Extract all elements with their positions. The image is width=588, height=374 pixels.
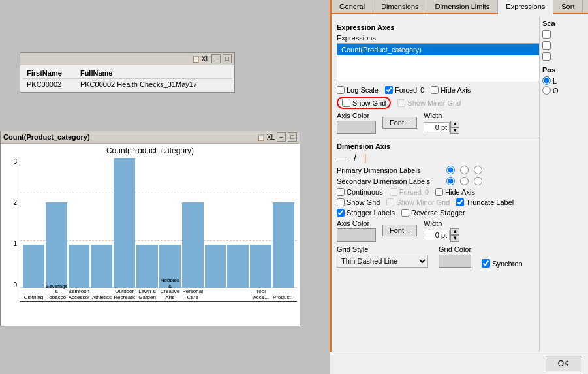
secondary-radio-2[interactable]	[460, 177, 469, 185]
chart-maximize[interactable]: □	[288, 132, 297, 142]
grid-style-select[interactable]: Thin Dashed Line Dashed Line Solid Line …	[337, 255, 428, 268]
truncate-checkbox[interactable]	[456, 198, 464, 206]
hide-axis-label-dim[interactable]: Hide Axis	[435, 188, 475, 196]
line-style-dash[interactable]: —	[337, 153, 346, 163]
font-button-expr[interactable]: Font...	[382, 117, 417, 129]
bar-11	[250, 245, 271, 288]
stagger-label[interactable]: Stagger Labels	[337, 209, 395, 217]
show-minor-grid-label-dim[interactable]: Show Minor Grid	[386, 198, 450, 206]
spin-up-dim[interactable]: ▲	[450, 228, 459, 235]
tab-general[interactable]: General	[332, 0, 373, 13]
secondary-dim-label: Secondary Dimension Labels	[337, 178, 441, 185]
table-icon: 📋	[192, 55, 200, 63]
primary-radio-2[interactable]	[460, 166, 469, 174]
truncate-text: Truncate Label	[466, 198, 514, 206]
stagger-checkbox[interactable]	[337, 209, 345, 217]
grid-color-label: Grid Color	[439, 245, 471, 253]
show-minor-grid-label-expr[interactable]: Show Minor Grid	[397, 99, 461, 107]
show-grid-checkbox[interactable]	[342, 99, 350, 107]
maximize-button[interactable]: □	[223, 54, 232, 63]
y-label-3: 3	[13, 158, 17, 165]
x-label-4: Athletics	[91, 295, 112, 301]
tab-dimension-limits[interactable]: Dimension Limits	[427, 0, 499, 13]
line-style-pipe[interactable]: |	[364, 153, 367, 163]
pos-radio-1: L	[542, 76, 585, 85]
sync-checkbox[interactable]	[482, 259, 490, 268]
x-label-1: Clothing	[23, 295, 44, 301]
reverse-stagger-label[interactable]: Reverse Stagger	[401, 209, 465, 217]
chart-xl: XL	[267, 134, 275, 141]
font-button-dim[interactable]: Font...	[382, 225, 417, 236]
axis-color-label-dim: Axis Color	[337, 219, 376, 227]
bar-6	[136, 245, 158, 288]
show-minor-grid-checkbox-dim[interactable]	[386, 198, 394, 206]
tab-expressions[interactable]: Expressions	[498, 0, 553, 14]
bar-2	[46, 202, 67, 288]
spin-buttons-dim: ▲ ▼	[450, 228, 459, 242]
secondary-radio-3[interactable]	[474, 177, 482, 185]
sca-checkbox-2[interactable]	[542, 41, 551, 50]
pos-radio-btn-2[interactable]	[542, 86, 551, 95]
continuous-checkbox[interactable]	[337, 188, 345, 196]
grid-color-box[interactable]	[439, 255, 471, 268]
axis-color-section-dim: Axis Color	[337, 219, 376, 242]
spin-up-expr[interactable]: ▲	[450, 121, 459, 127]
forced-label-expr[interactable]: Forced 0	[385, 86, 424, 94]
right-side-panel: Sca Pos L O	[539, 17, 588, 374]
show-grid-highlighted: Show Grid	[337, 97, 391, 109]
y-label-2: 2	[13, 199, 17, 206]
col-fullname: FullName	[76, 68, 232, 79]
continuous-label[interactable]: Continuous	[337, 188, 383, 196]
width-input-expr[interactable]	[424, 122, 450, 132]
pos-radio-btn-1[interactable]	[542, 76, 551, 85]
minimize-button[interactable]: –	[211, 54, 221, 63]
x-label-5: Outdoor Recreation	[114, 289, 135, 301]
show-minor-grid-checkbox-expr[interactable]	[397, 99, 405, 107]
log-scale-label[interactable]: Log Scale	[337, 86, 379, 94]
forced-checkbox[interactable]	[385, 86, 393, 94]
axis-color-box-expr[interactable]	[337, 121, 376, 134]
primary-radio-1[interactable]	[446, 166, 455, 174]
width-section-expr: Width ▲ ▼	[424, 112, 459, 134]
sca-checkbox-3[interactable]	[542, 52, 551, 61]
forced-checkbox-dim[interactable]	[390, 188, 397, 196]
col-firstname: FirstName	[23, 68, 76, 79]
chart-titlebar: Count(Product_category) 📋 XL – □	[1, 131, 300, 144]
chart-icon: 📋	[257, 134, 265, 141]
show-minor-grid-text-expr: Show Minor Grid	[407, 99, 461, 107]
spin-down-dim[interactable]: ▼	[450, 235, 459, 242]
width-input-dim[interactable]	[424, 230, 450, 240]
data-table: FirstName FullName PKC00002 PKC00002 Hea…	[23, 68, 232, 89]
primary-radio-3[interactable]	[474, 166, 482, 174]
table-content: FirstName FullName PKC00002 PKC00002 Hea…	[20, 65, 234, 92]
bar-9	[205, 245, 226, 288]
chart-minimize[interactable]: –	[277, 132, 286, 142]
log-scale-checkbox[interactable]	[337, 86, 345, 94]
axis-color-box-dim[interactable]	[337, 228, 376, 242]
tab-dimensions[interactable]: Dimensions	[373, 0, 427, 13]
tab-sort[interactable]: Sort	[553, 0, 583, 13]
axis-color-label-expr: Axis Color	[337, 112, 376, 119]
line-style-slash[interactable]: /	[354, 153, 356, 163]
sca-checkbox-1[interactable]	[542, 30, 551, 39]
primary-dim-label: Primary Dimension Labels	[337, 166, 441, 174]
pos-radio-label-1: L	[553, 77, 557, 85]
truncate-label-dim[interactable]: Truncate Label	[456, 198, 514, 206]
hide-axis-label-expr[interactable]: Hide Axis	[431, 86, 471, 94]
table-window: 📋 XL – □ FirstName FullName PKC00002 PKC…	[20, 52, 235, 93]
secondary-radio-1[interactable]	[446, 177, 455, 185]
log-scale-text: Log Scale	[347, 86, 379, 94]
sca-cb-1	[542, 30, 585, 39]
primary-radio-group	[446, 166, 482, 174]
hide-axis-checkbox[interactable]	[431, 86, 439, 94]
width-input-group-dim: ▲ ▼	[424, 228, 459, 242]
reverse-stagger-checkbox[interactable]	[401, 209, 409, 217]
chart-area: 3 2 1 0	[3, 158, 297, 302]
ok-button[interactable]: OK	[546, 356, 581, 371]
hide-axis-checkbox-dim[interactable]	[435, 188, 443, 196]
forced-label-dim[interactable]: Forced 0	[390, 188, 429, 196]
show-grid-checkbox-dim[interactable]	[337, 198, 345, 206]
spin-down-expr[interactable]: ▼	[450, 127, 459, 134]
show-grid-label-dim[interactable]: Show Grid	[337, 198, 380, 206]
sync-label[interactable]: Synchron	[482, 259, 522, 268]
